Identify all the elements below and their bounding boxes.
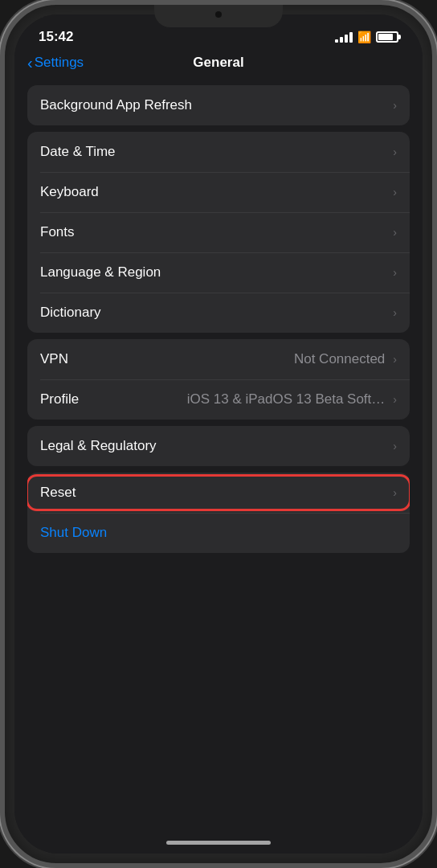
camera xyxy=(215,11,222,18)
chevron-icon-date-time: › xyxy=(393,145,397,158)
chevron-icon-dictionary: › xyxy=(393,306,397,319)
item-label-date-time: Date & Time xyxy=(40,144,116,160)
item-label-dictionary: Dictionary xyxy=(40,305,101,321)
section-group-3: VPN Not Connected › Profile iOS 13 & iPa… xyxy=(27,339,410,420)
list-item-shut-down[interactable]: Shut Down xyxy=(27,513,410,553)
signal-icon xyxy=(335,32,353,43)
item-label-keyboard: Keyboard xyxy=(40,184,99,200)
item-value-vpn: Not Connected xyxy=(294,351,385,367)
chevron-icon-profile: › xyxy=(393,393,397,406)
item-label-vpn: VPN xyxy=(40,351,68,367)
list-item-dictionary[interactable]: Dictionary › xyxy=(27,293,410,333)
chevron-icon-language-region: › xyxy=(393,266,397,279)
list-item-vpn[interactable]: VPN Not Connected › xyxy=(27,339,410,379)
notch xyxy=(154,5,283,27)
back-button[interactable]: ‹ Settings xyxy=(27,55,84,71)
battery-icon xyxy=(376,31,398,43)
list-item-language-region[interactable]: Language & Region › xyxy=(27,252,410,293)
phone-frame: 15:42 📶 ‹ Settings xyxy=(0,0,437,868)
chevron-icon-keyboard: › xyxy=(393,186,397,199)
item-label-profile: Profile xyxy=(40,391,79,407)
nav-bar: ‹ Settings General xyxy=(14,51,423,79)
item-label-background-app-refresh: Background App Refresh xyxy=(40,97,192,113)
chevron-icon-fonts: › xyxy=(393,226,397,239)
list-item-fonts[interactable]: Fonts › xyxy=(27,212,410,252)
item-label-legal-regulatory: Legal & Regulatory xyxy=(40,438,157,454)
section-group-4: Legal & Regulatory › xyxy=(27,426,410,466)
settings-content: Background App Refresh › Date & Time › xyxy=(14,79,423,831)
list-item-reset[interactable]: Reset › xyxy=(27,473,410,513)
section-group-5: Reset › Shut Down xyxy=(27,473,410,553)
chevron-icon-legal-regulatory: › xyxy=(393,440,397,452)
chevron-icon-reset: › xyxy=(393,486,397,499)
section-group-1: Background App Refresh › xyxy=(27,85,410,125)
list-item-profile[interactable]: Profile iOS 13 & iPadOS 13 Beta Soft… › xyxy=(27,379,410,420)
chevron-icon-background-app-refresh: › xyxy=(393,99,397,112)
back-label: Settings xyxy=(35,55,84,71)
item-label-reset: Reset xyxy=(40,485,76,501)
list-item-date-time[interactable]: Date & Time › xyxy=(27,132,410,172)
item-label-shut-down: Shut Down xyxy=(40,525,107,541)
wifi-icon: 📶 xyxy=(357,31,371,43)
list-item-background-app-refresh[interactable]: Background App Refresh › xyxy=(27,85,410,125)
list-item-legal-regulatory[interactable]: Legal & Regulatory › xyxy=(27,426,410,466)
item-value-profile: iOS 13 & iPadOS 13 Beta Soft… xyxy=(187,391,386,407)
home-bar xyxy=(166,841,271,845)
screen: 15:42 📶 ‹ Settings xyxy=(14,14,423,854)
status-icons: 📶 xyxy=(335,31,398,43)
status-time: 15:42 xyxy=(39,29,73,45)
page-title: General xyxy=(193,55,243,71)
section-group-2: Date & Time › Keyboard › Fon xyxy=(27,132,410,333)
list-item-keyboard[interactable]: Keyboard › xyxy=(27,172,410,212)
back-chevron-icon: ‹ xyxy=(27,55,33,71)
item-label-fonts: Fonts xyxy=(40,224,75,240)
home-indicator xyxy=(14,831,423,854)
item-label-language-region: Language & Region xyxy=(40,264,161,280)
chevron-icon-vpn: › xyxy=(393,353,397,366)
